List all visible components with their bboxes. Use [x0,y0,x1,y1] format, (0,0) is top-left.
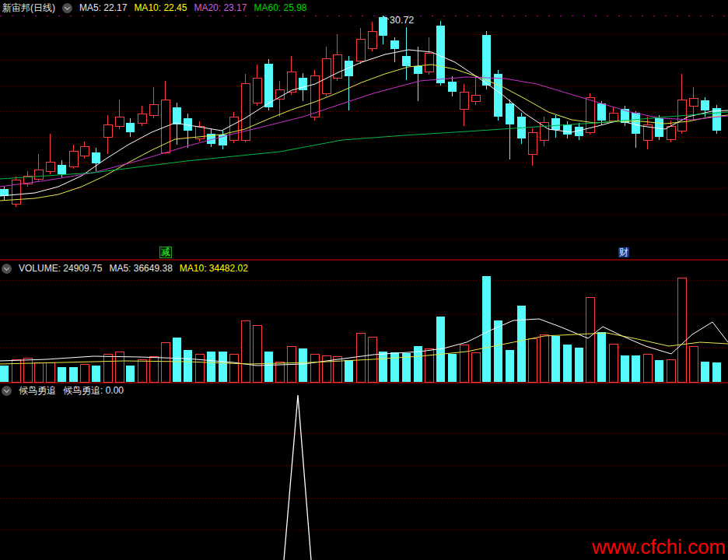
chart-canvas[interactable] [0,0,728,560]
indicator-name: 候鸟勇追 [19,385,56,397]
chevron-down-icon[interactable] [62,3,72,13]
chevron-down-icon[interactable] [2,264,12,274]
volume-value: VOLUME: 24909.75 [19,263,102,275]
symbol-title: 新宙邦(日线) [2,2,55,14]
marker-jian[interactable]: 减 [159,247,172,258]
watermark-link[interactable]: www.cfchi.com [592,535,726,559]
indicator-value: 候鸟勇追: 0.00 [63,385,124,397]
volume-ma10-value: MA10: 34482.02 [180,263,248,275]
chevron-down-icon[interactable] [2,386,12,396]
stock-chart-app: 新宙邦(日线) MA5: 22.17 MA10: 22.45 MA20: 23.… [0,0,728,560]
indicator-panel-header: 候鸟勇追 候鸟勇追: 0.00 [2,385,124,397]
ma20-value: MA20: 23.17 [194,2,247,14]
main-chart-header: 新宙邦(日线) MA5: 22.17 MA10: 22.45 MA20: 23.… [2,2,307,14]
ma5-value: MA5: 22.17 [79,2,127,14]
ma10-value: MA10: 22.45 [134,2,187,14]
marker-cai[interactable]: 财 [618,247,629,257]
volume-ma5-value: MA5: 36649.38 [109,263,172,275]
peak-price-label: 30.72 [390,15,414,26]
ma60-value: MA60: 25.98 [254,2,306,14]
volume-panel-header: VOLUME: 24909.75 MA5: 36649.38 MA10: 344… [2,263,248,275]
